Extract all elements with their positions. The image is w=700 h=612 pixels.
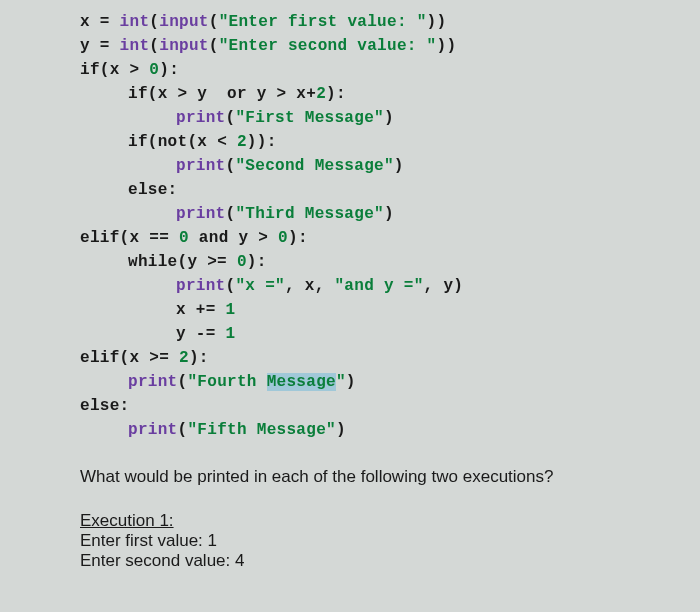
execution-input: Enter first value: 1: [80, 531, 680, 551]
execution-section: Execution 1: Enter first value: 1 Enter …: [80, 511, 680, 571]
code-line: print("First Message"): [80, 106, 680, 130]
execution-input: Enter second value: 4: [80, 551, 680, 571]
code-line: print("Second Message"): [80, 154, 680, 178]
code-line: print("Fourth Message"): [80, 370, 680, 394]
code-line: y -= 1: [80, 322, 680, 346]
code-line: x += 1: [80, 298, 680, 322]
code-line: if(x > y or y > x+2):: [80, 82, 680, 106]
code-line: if(not(x < 2)):: [80, 130, 680, 154]
question-block: What would be printed in each of the fol…: [0, 447, 700, 571]
code-line: print("Fifth Message"): [80, 418, 680, 442]
code-line: x = int(input("Enter first value: ")): [80, 10, 680, 34]
code-line: else:: [80, 178, 680, 202]
code-line: while(y >= 0):: [80, 250, 680, 274]
code-line: elif(x >= 2):: [80, 346, 680, 370]
code-line: y = int(input("Enter second value: ")): [80, 34, 680, 58]
code-line: print("x =", x, "and y =", y): [80, 274, 680, 298]
code-line: elif(x == 0 and y > 0):: [80, 226, 680, 250]
code-line: if(x > 0):: [80, 58, 680, 82]
code-line: else:: [80, 394, 680, 418]
code-line: print("Third Message"): [80, 202, 680, 226]
question-prompt: What would be printed in each of the fol…: [80, 467, 680, 487]
execution-label: Execution 1:: [80, 511, 174, 530]
code-block: x = int(input("Enter first value: ")) y …: [0, 0, 700, 447]
